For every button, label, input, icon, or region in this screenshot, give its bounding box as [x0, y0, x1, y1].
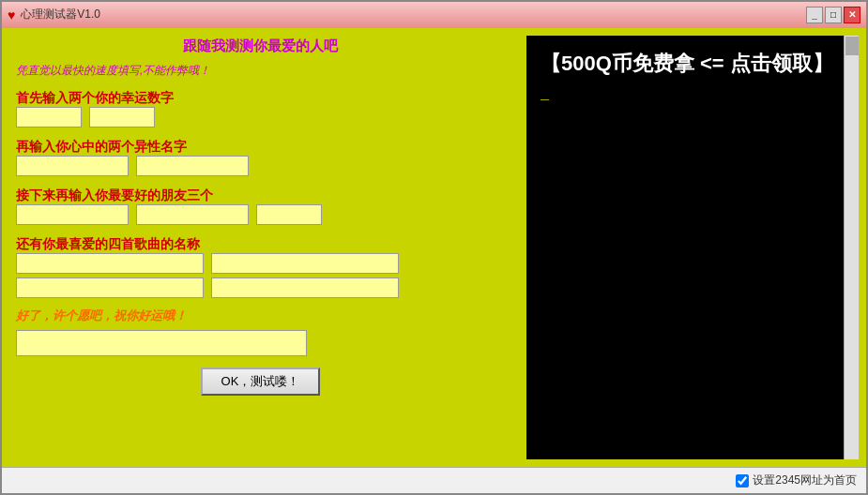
maximize-button[interactable]: □ [825, 7, 842, 23]
homepage-checkbox-area[interactable]: 设置2345网址为首页 [736, 472, 857, 488]
opposite-name-2[interactable] [136, 156, 249, 176]
section-1-title: 首先输入两个你的幸运数字 [16, 90, 505, 107]
section-3-title: 接下来再输入你最要好的朋友三个 [16, 188, 505, 204]
scroll-thumb[interactable] [845, 37, 859, 55]
homepage-label: 设置2345网址为首页 [753, 472, 857, 488]
left-panel: 跟随我测测你最爱的人吧 凭直觉以最快的速度填写,不能作弊哦！ 首先输入两个你的幸… [2, 28, 519, 467]
section-2-title: 再输入你心中的两个异性名字 [16, 139, 505, 156]
main-content: 跟随我测测你最爱的人吧 凭直觉以最快的速度填写,不能作弊哦！ 首先输入两个你的幸… [2, 28, 866, 467]
bottom-bar: 设置2345网址为首页 [2, 467, 866, 493]
ad-title: 【500Q币免费拿 <= 点击领取】 [541, 50, 835, 78]
window-title: 心理测试器V1.0 [21, 7, 100, 22]
section-1-inputs [16, 107, 505, 128]
right-panel: 【500Q币免费拿 <= 点击领取】 _ [519, 28, 866, 467]
lucky-number-2[interactable] [89, 107, 155, 128]
title-bar-left: ♥ 心理测试器V1.0 [8, 7, 100, 22]
ad-box[interactable]: 【500Q币免费拿 <= 点击领取】 _ [526, 36, 859, 459]
close-button[interactable]: ✕ [844, 7, 860, 23]
song-1[interactable] [16, 253, 204, 274]
section-3: 接下来再输入你最要好的朋友三个 [16, 184, 505, 225]
opposite-name-1[interactable] [16, 156, 129, 176]
section-2-inputs [16, 156, 505, 176]
section-1: 首先输入两个你的幸运数字 [16, 86, 505, 128]
section-4-inputs-row2 [16, 278, 505, 298]
friend-2[interactable] [136, 204, 249, 225]
section-4: 还有你最喜爱的四首歌曲的名称 [16, 232, 505, 298]
title-controls: _ □ ✕ [806, 7, 860, 23]
title-bar: ♥ 心理测试器V1.0 _ □ ✕ [2, 2, 866, 28]
section-3-inputs [16, 204, 505, 225]
main-window: ♥ 心理测试器V1.0 _ □ ✕ 跟随我测测你最爱的人吧 凭直觉以最快的速度填… [0, 0, 868, 495]
friend-1[interactable] [16, 204, 129, 225]
homepage-checkbox[interactable] [736, 474, 749, 488]
main-title: 跟随我测测你最爱的人吧 [16, 38, 505, 55]
section-4-inputs-row1 [16, 253, 505, 274]
section-4-title: 还有你最喜爱的四首歌曲的名称 [16, 236, 505, 253]
ad-scrollbar[interactable] [844, 36, 859, 459]
section-2: 再输入你心中的两个异性名字 [16, 135, 505, 176]
song-3[interactable] [16, 278, 204, 298]
lucky-number-1[interactable] [16, 107, 82, 128]
ad-content: 【500Q币免费拿 <= 点击领取】 _ [526, 36, 859, 116]
hint-text: 凭直觉以最快的速度填写,不能作弊哦！ [16, 63, 505, 79]
song-2[interactable] [211, 253, 399, 274]
ok-button[interactable]: OK，测试喽！ [201, 368, 321, 396]
title-icon: ♥ [8, 8, 15, 22]
result-input[interactable] [16, 330, 307, 356]
minimize-button[interactable]: _ [806, 7, 823, 23]
good-luck-text: 好了，许个愿吧，祝你好运哦！ [16, 308, 505, 324]
friend-3[interactable] [256, 204, 322, 225]
ad-cursor: _ [541, 85, 835, 102]
song-4[interactable] [211, 278, 399, 298]
